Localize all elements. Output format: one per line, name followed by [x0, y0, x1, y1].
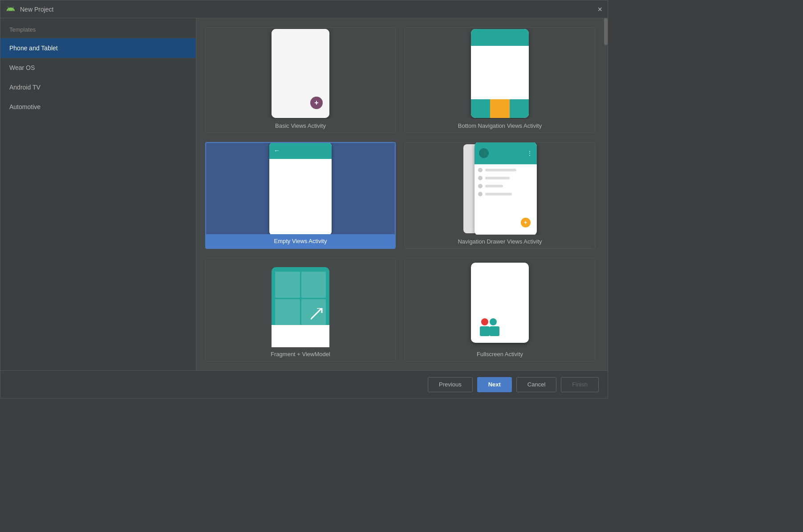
eva-body: [269, 159, 332, 235]
eva-header: ←: [269, 143, 332, 159]
templates-grid: + Basic Views Activity: [196, 18, 604, 370]
dialog-title: New Project: [20, 6, 597, 13]
next-button[interactable]: Next: [477, 377, 512, 392]
template-preview-basic-views: +: [206, 28, 395, 119]
template-nav-drawer[interactable]: ⋮: [405, 142, 595, 249]
bnva-phone-mockup: [471, 29, 529, 118]
ndva-phone-mockup: ⋮: [463, 142, 537, 235]
sidebar-item-automotive[interactable]: Automotive: [0, 97, 196, 117]
second-person-figure: [490, 318, 499, 336]
teal-cell-3: [275, 299, 300, 325]
ndva-row-4: [478, 192, 533, 196]
ndva-body: [474, 164, 537, 203]
second-person-head: [490, 318, 497, 325]
fragment-white-bottom: [272, 325, 329, 347]
second-person-body: [490, 326, 499, 336]
teal-cell-2: [301, 272, 326, 298]
ndva-row-1: [478, 168, 533, 172]
ndva-circle-1: [478, 168, 483, 172]
ndva-line-3: [485, 185, 503, 187]
title-bar: New Project ×: [0, 0, 608, 18]
ndva-line-2: [485, 177, 510, 179]
scrollbar-track[interactable]: [604, 18, 608, 370]
nav-item-1: [471, 99, 490, 118]
ndva-line-1: [485, 169, 516, 171]
template-label-empty-views: Empty Views Activity: [206, 234, 395, 248]
content-area: Templates Phone and Tablet Wear OS Andro…: [0, 18, 608, 370]
ndva-circle-4: [478, 192, 483, 196]
template-bottom-nav[interactable]: Bottom Navigation Views Activity: [405, 27, 595, 133]
teal-cell-1: [275, 272, 300, 298]
svg-line-0: [311, 308, 322, 319]
ndva-line-4: [485, 193, 512, 195]
previous-button[interactable]: Previous: [428, 377, 473, 392]
ndva-circle-2: [478, 176, 483, 180]
template-label-basic-views: Basic Views Activity: [206, 119, 395, 133]
new-project-dialog: New Project × Templates Phone and Tablet…: [0, 0, 608, 398]
template-empty-views[interactable]: ← Empty Views Activity: [205, 142, 396, 249]
ndva-fab-icon: +: [521, 218, 531, 227]
sidebar-item-phone-tablet[interactable]: Phone and Tablet: [0, 38, 196, 58]
template-basic-views[interactable]: + Basic Views Activity: [205, 27, 396, 133]
ndva-circle-3: [478, 184, 483, 188]
template-label-bottom-nav: Bottom Navigation Views Activity: [405, 119, 595, 133]
ndva-header: ⋮: [474, 142, 537, 164]
finish-button[interactable]: Finish: [561, 377, 599, 392]
bva-phone-mockup: +: [272, 29, 329, 118]
scrollbar-thumb[interactable]: [604, 18, 608, 45]
person-figure: [480, 318, 490, 336]
template-fullscreen[interactable]: Fullscreen Activity: [405, 258, 595, 361]
ndva-avatar: [479, 148, 489, 158]
template-fragment-viewmodel[interactable]: Fragment + ViewModel: [205, 258, 396, 361]
android-icon: [6, 4, 16, 14]
sidebar-item-android-tv[interactable]: Android TV: [0, 77, 196, 97]
sidebar: Templates Phone and Tablet Wear OS Andro…: [0, 18, 196, 370]
template-label-nav-drawer: Navigation Drawer Views Activity: [405, 235, 595, 248]
fragment-phone-mockup: [272, 267, 329, 347]
person-body: [480, 326, 490, 336]
person-head: [481, 318, 488, 325]
cancel-button[interactable]: Cancel: [516, 377, 556, 392]
template-preview-empty-views: ←: [206, 143, 395, 234]
close-button[interactable]: ×: [597, 5, 602, 13]
ndva-row-3: [478, 184, 533, 188]
template-preview-nav-drawer: ⋮: [405, 142, 595, 235]
arrow-icon: [311, 308, 324, 323]
sidebar-header: Templates: [0, 23, 196, 38]
template-preview-bottom-nav: [405, 28, 595, 119]
sidebar-item-wear-os[interactable]: Wear OS: [0, 58, 196, 77]
ndva-row-2: [478, 176, 533, 180]
eva-phone-mockup: ←: [269, 143, 332, 234]
fullscreen-phone-mockup: [471, 263, 529, 343]
template-preview-fullscreen: [405, 258, 595, 347]
fab-plus-icon: +: [310, 97, 323, 109]
nav-item-active: [490, 99, 509, 118]
template-label-fullscreen: Fullscreen Activity: [405, 347, 595, 361]
template-preview-fragment: [206, 258, 395, 347]
nav-item-3: [510, 99, 529, 118]
ndva-menu-icon: ⋮: [527, 150, 532, 156]
footer-bar: Previous Next Cancel Finish: [0, 370, 608, 398]
ndva-main: ⋮: [474, 142, 537, 235]
back-arrow-icon: ←: [274, 147, 280, 154]
template-label-fragment: Fragment + ViewModel: [206, 347, 395, 361]
